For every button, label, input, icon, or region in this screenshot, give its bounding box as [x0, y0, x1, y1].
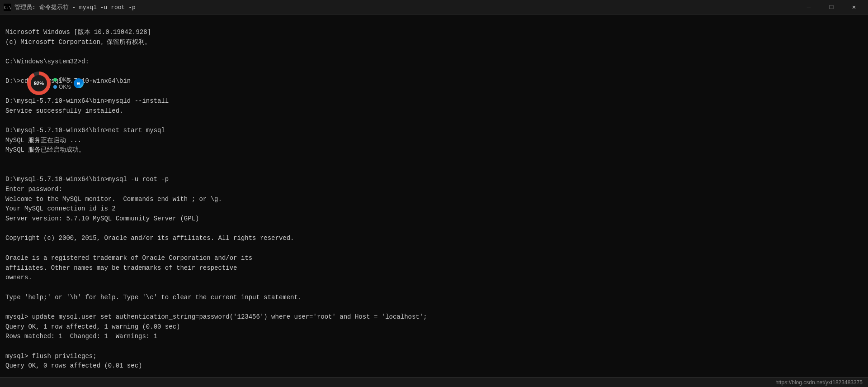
status-bar: https://blog.csdn.net/yxt1823483375 — [0, 377, 868, 387]
window-title: 管理员: 命令提示符 - mysql -u root -p — [14, 3, 136, 11]
terminal-line: Oracle is a registered trademark of Orac… — [5, 253, 863, 263]
terminal-line: Rows matched: 1 Changed: 1 Warnings: 1 — [5, 332, 863, 342]
terminal-line: mysql> flush privileges; — [5, 352, 863, 362]
terminal-output: Microsoft Windows [版本 10.0.19042.928](c)… — [0, 14, 868, 387]
terminal-line: Welcome to the MySQL monitor. Commands e… — [5, 195, 863, 205]
terminal-line — [5, 244, 863, 253]
terminal-line: Microsoft Windows [版本 10.0.19042.928] — [5, 28, 863, 38]
terminal-line — [5, 283, 863, 293]
status-url: https://blog.csdn.net/yxt1823483375 — [775, 379, 863, 386]
terminal-line: D:\>cd D:\mysql-5.7.10-winx64\bin — [5, 76, 863, 86]
terminal-line: D:\mysql-5.7.10-winx64\bin>net start mys… — [5, 126, 863, 136]
terminal-line: Server version: 5.7.10 MySQL Community S… — [5, 214, 863, 224]
terminal-line: D:\mysql-5.7.10-winx64\bin>mysqld --inst… — [5, 96, 863, 106]
edge-icon: e — [74, 78, 84, 88]
title-bar-left: C:\ 管理员: 命令提示符 - mysql -u root -p — [4, 3, 136, 11]
progress-circle: 92% — [27, 72, 51, 95]
terminal-line: Type 'help;' or '\h' for help. Type '\c'… — [5, 293, 863, 303]
close-button[interactable]: ✕ — [844, 0, 864, 14]
terminal-line — [5, 342, 863, 352]
terminal-line — [5, 224, 863, 234]
terminal-line: affiliates. Other names may be trademark… — [5, 263, 863, 273]
terminal-line: Query OK, 0 rows affected (0.01 sec) — [5, 361, 863, 371]
terminal-line: MySQL 服务正在启动 ... — [5, 136, 863, 146]
ok-row-1: OK/s — [53, 76, 71, 83]
terminal-line: mysql> update mysql.user set authenticat… — [5, 312, 863, 322]
progress-value: 92% — [31, 75, 47, 91]
window-controls: ─ □ ✕ — [798, 0, 864, 14]
terminal-line: C:\Windows\system32>d: — [5, 57, 863, 67]
terminal-line — [5, 116, 863, 126]
terminal-line: D:\mysql-5.7.10-winx64\bin>mysql -u root… — [5, 175, 863, 185]
ok-label-1: OK/s — [59, 76, 71, 83]
terminal-line: (c) Microsoft Corporation。保留所有权利。 — [5, 38, 863, 48]
title-bar: C:\ 管理员: 命令提示符 - mysql -u root -p ─ □ ✕ — [0, 0, 868, 14]
terminal-line — [5, 47, 863, 57]
terminal-line — [5, 155, 863, 165]
terminal-line: owners. — [5, 273, 863, 283]
terminal-line: MySQL 服务已经启动成功。 — [5, 145, 863, 155]
green-dot — [53, 78, 57, 81]
minimize-button[interactable]: ─ — [798, 0, 819, 14]
blue-dot — [53, 85, 57, 89]
terminal-line — [5, 67, 863, 77]
ok-row-2: OK/s — [53, 84, 71, 90]
terminal-line — [5, 165, 863, 175]
svg-text:C:\: C:\ — [4, 5, 11, 10]
ok-label-2: OK/s — [59, 84, 71, 90]
terminal-line: Copyright (c) 2000, 2015, Oracle and/or … — [5, 234, 863, 244]
cmd-icon: C:\ — [4, 4, 11, 11]
terminal-line: Your MySQL connection id is 2 — [5, 204, 863, 214]
terminal-line: Enter password: — [5, 185, 863, 195]
terminal-line: Query OK, 1 row affected, 1 warning (0.0… — [5, 322, 863, 332]
overlay-widget: 92% OK/s OK/s e — [27, 72, 84, 95]
ok-labels: OK/s OK/s — [53, 76, 71, 90]
terminal-line: Service successfully installed. — [5, 106, 863, 116]
maximize-button[interactable]: □ — [821, 0, 842, 14]
terminal-line — [5, 302, 863, 312]
terminal-line — [5, 86, 863, 96]
